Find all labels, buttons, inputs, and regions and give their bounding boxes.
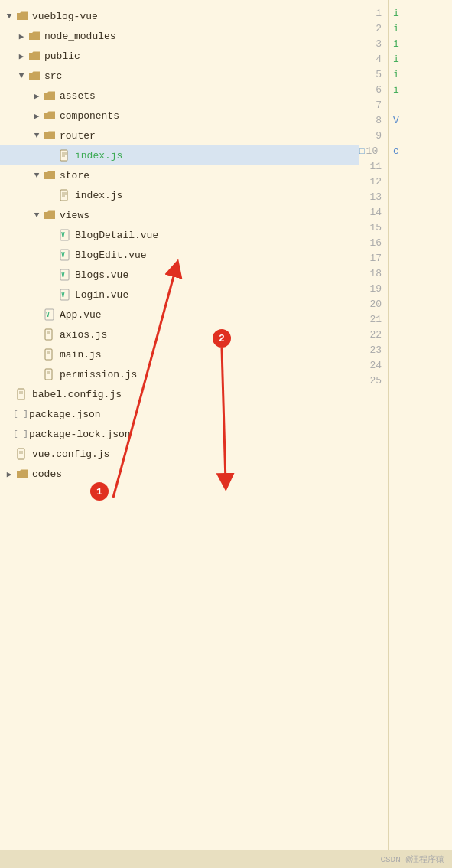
tree-item-babel[interactable]: babel.config.js (0, 384, 359, 404)
svg-rect-4 (60, 190, 67, 201)
vue-file-icon: V (43, 308, 57, 321)
tree-item-label: axios.js (60, 329, 107, 341)
code-line-5: i (393, 67, 452, 83)
folder-icon (28, 69, 41, 83)
tree-item-label: index.js (75, 150, 122, 162)
line-number: 12 (359, 175, 382, 190)
line-number: 6 (359, 83, 382, 98)
tree-item-label: permission.js (60, 369, 137, 380)
code-line-19 (393, 282, 452, 297)
code-line-7 (393, 98, 452, 113)
js-file-icon (15, 387, 29, 401)
code-line-11 (393, 159, 452, 175)
expand-arrow: ▼ (15, 70, 28, 82)
line-numbers: 1 2 3 4 5 6 7 8 9 □10 11 12 13 14 15 16 … (359, 0, 389, 868)
json-file-icon: [ ] (15, 407, 26, 421)
tree-item-label: assets (60, 90, 96, 102)
js-file-icon (15, 447, 29, 461)
tree-item-store[interactable]: ▼ store (0, 165, 359, 185)
tree-item-label: views (60, 210, 89, 221)
code-line-18 (393, 266, 452, 282)
line-number: 1 (359, 6, 382, 21)
code-line-3: i (393, 37, 452, 52)
tree-item-label: Blogs.vue (75, 269, 128, 281)
tree-item-app[interactable]: V App.vue (0, 305, 359, 325)
line-number: 11 (359, 159, 382, 175)
vue-file-icon: V (58, 248, 72, 262)
tree-item-blogedit[interactable]: V BlogEdit.vue (0, 245, 359, 265)
line-number: 19 (359, 282, 382, 297)
tree-item-login[interactable]: V Login.vue (0, 285, 359, 305)
tree-item-node_modules[interactable]: ▶ node_modules (0, 26, 359, 46)
expand-arrow: ▼ (31, 209, 43, 221)
js-file-icon (58, 148, 72, 162)
tree-item-assets[interactable]: ▶ assets (0, 86, 359, 106)
tree-root[interactable]: ▼ vueblog-vue (0, 6, 359, 26)
tree-item-package-lock[interactable]: [ ] package-lock.json (0, 424, 359, 444)
line-number: 18 (359, 266, 382, 282)
tree-item-label: codes (32, 468, 62, 480)
expand-arrow: ▶ (31, 90, 43, 102)
tree-item-axios[interactable]: axios.js (0, 325, 359, 344)
code-line-21 (393, 312, 452, 328)
tree-item-views[interactable]: ▼ views (0, 205, 359, 225)
svg-text:V: V (61, 252, 65, 259)
tree-item-main[interactable]: main.js (0, 344, 359, 364)
tree-item-src[interactable]: ▼ src (0, 66, 359, 86)
expand-arrow: ▶ (31, 109, 43, 122)
code-line-14 (393, 205, 452, 220)
folder-icon (28, 29, 41, 43)
code-line-22 (393, 328, 452, 343)
tree-item-label: vue.config.js (32, 449, 109, 460)
line-number: 9 (359, 129, 382, 144)
code-line-1: i (393, 6, 452, 21)
line-number: 21 (359, 312, 382, 328)
folder-icon (43, 208, 57, 222)
line-number: 2 (359, 21, 382, 37)
code-line-16 (393, 236, 452, 251)
line-number: 25 (359, 374, 382, 389)
tree-item-router-index[interactable]: index.js (0, 145, 359, 165)
line-number: 14 (359, 205, 382, 220)
line-number: 17 (359, 251, 382, 266)
js-file-icon (43, 348, 57, 361)
line-number: 13 (359, 190, 382, 205)
line-number: 20 (359, 297, 382, 312)
code-line-2: i (393, 21, 452, 37)
tree-item-router[interactable]: ▼ router (0, 126, 359, 145)
watermark-text: CSDN @汪程序猿 (380, 853, 444, 865)
tree-item-label: babel.config.js (32, 389, 122, 400)
svg-rect-27 (18, 389, 24, 400)
tree-item-permission[interactable]: permission.js (0, 364, 359, 384)
code-line-15 (393, 220, 452, 236)
folder-icon (43, 168, 57, 182)
code-line-10: c (393, 144, 452, 159)
expand-arrow: ▶ (15, 30, 28, 42)
tree-item-package[interactable]: [ ] package.json (0, 404, 359, 424)
svg-rect-0 (60, 150, 67, 161)
tree-item-components[interactable]: ▶ components (0, 106, 359, 126)
code-line-20 (393, 297, 452, 312)
js-file-icon (58, 188, 72, 202)
editor-panel: 1 2 3 4 5 6 7 8 9 □10 11 12 13 14 15 16 … (359, 0, 452, 868)
line-number: 3 (359, 37, 382, 52)
line-number: 5 (359, 67, 382, 83)
js-file-icon (43, 328, 57, 341)
code-line-6: i (393, 83, 452, 98)
tree-item-label: src (44, 70, 62, 82)
tree-item-vue-config[interactable]: vue.config.js (0, 444, 359, 464)
folder-icon (15, 9, 29, 23)
tree-item-label: package.json (29, 409, 101, 420)
line-number: 8 (359, 113, 382, 129)
file-tree-panel: ▼ vueblog-vue ▶ node_modules ▶ public (0, 0, 359, 868)
tree-item-label: package-lock.json (29, 429, 131, 440)
code-line-12 (393, 175, 452, 190)
tree-item-label: index.js (75, 190, 122, 201)
line-number: 16 (359, 236, 382, 251)
tree-item-blogdetail[interactable]: V BlogDetail.vue (0, 225, 359, 245)
tree-item-store-index[interactable]: index.js (0, 185, 359, 205)
tree-item-codes[interactable]: ▶ codes (0, 464, 359, 484)
svg-text:V: V (61, 292, 65, 299)
tree-item-public[interactable]: ▶ public (0, 46, 359, 66)
tree-item-blogs[interactable]: V Blogs.vue (0, 265, 359, 285)
